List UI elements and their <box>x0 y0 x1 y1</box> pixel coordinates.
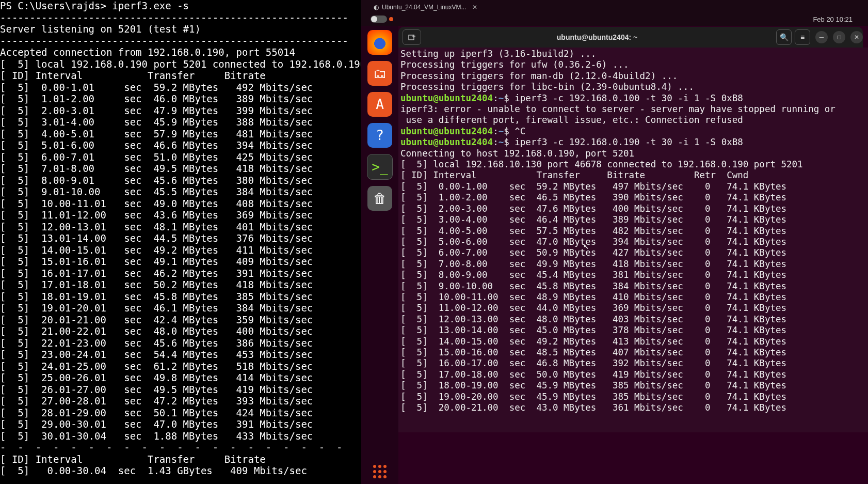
hamburger-icon: ≡ <box>800 33 805 41</box>
new-tab-icon <box>408 34 415 41</box>
maximize-button[interactable]: □ <box>833 31 845 43</box>
maximize-icon: □ <box>837 34 841 41</box>
terminal-titlebar: ubuntu@ubuntu2404: ~ 🔍 ≡ ─ □ ✕ <box>398 27 863 48</box>
gnome-terminal[interactable]: Setting up iperf3 (3.16-1build2) ... Pro… <box>398 48 868 432</box>
svg-rect-9 <box>409 35 414 40</box>
vm-topbar: ◐ Ubuntu_24.04_VM_LinuxVM... ✕ Feb 20 10… <box>361 0 868 26</box>
panel-toggle[interactable] <box>371 15 387 23</box>
minimize-button[interactable]: ─ <box>815 31 828 43</box>
svg-point-4 <box>378 470 381 473</box>
search-icon: 🔍 <box>780 33 789 41</box>
show-applications-icon[interactable] <box>367 459 392 484</box>
close-button[interactable]: ✕ <box>850 31 863 43</box>
powershell-terminal[interactable]: PS C:\Users\rajds> iperf3.exe -s -------… <box>0 0 361 484</box>
svg-point-0 <box>373 465 376 468</box>
status-dot-icon <box>389 17 393 21</box>
vm-tab[interactable]: ◐ Ubuntu_24.04_VM_LinuxVM... ✕ <box>369 1 481 13</box>
trash-icon[interactable]: 🗑 <box>367 186 392 211</box>
svg-point-1 <box>378 465 381 468</box>
hamburger-menu-button[interactable]: ≡ <box>795 29 810 45</box>
svg-point-3 <box>373 470 376 473</box>
svg-point-8 <box>383 475 387 478</box>
ubuntu-logo-icon: ◐ <box>374 4 379 11</box>
ubuntu-dock: 🗂 A ? >_ 🗑 <box>361 26 398 484</box>
close-icon[interactable]: ✕ <box>472 4 477 11</box>
svg-point-2 <box>383 465 387 468</box>
vm-tab-title: Ubuntu_24.04_VM_LinuxVM... <box>382 4 466 11</box>
terminal-icon[interactable]: >_ <box>367 154 393 180</box>
svg-point-7 <box>378 475 381 478</box>
help-icon[interactable]: ? <box>367 123 392 148</box>
files-icon[interactable]: 🗂 <box>367 61 392 86</box>
terminal-title: ubuntu@ubuntu2404: ~ <box>421 33 773 41</box>
svg-point-6 <box>373 475 376 478</box>
ubuntu-desktop: ◐ Ubuntu_24.04_VM_LinuxVM... ✕ Feb 20 10… <box>361 0 868 484</box>
firefox-icon[interactable] <box>367 30 392 55</box>
search-button[interactable]: 🔍 <box>776 29 792 45</box>
close-icon: ✕ <box>854 34 859 41</box>
new-tab-button[interactable] <box>403 29 421 45</box>
software-store-icon[interactable]: A <box>367 92 392 117</box>
svg-point-5 <box>383 470 387 473</box>
clock[interactable]: Feb 20 10:21 <box>813 15 853 23</box>
minimize-icon: ─ <box>819 34 824 41</box>
